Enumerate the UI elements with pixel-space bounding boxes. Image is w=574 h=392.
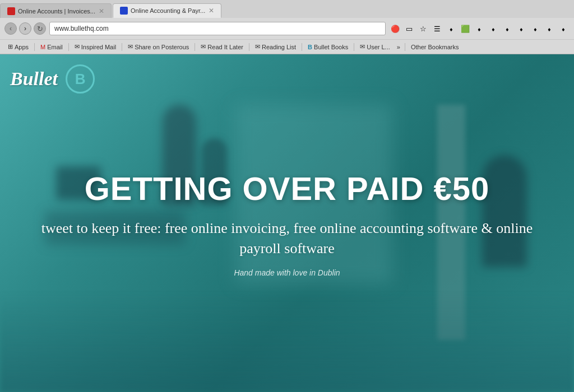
logo-area: Bullet B: [10, 64, 95, 94]
subheadline: tweet to keep it free: free online invoi…: [29, 218, 545, 259]
reading-list-icon: ✉: [255, 43, 260, 50]
tab-2[interactable]: Online Accounting & Payr... ✕: [113, 3, 221, 18]
bookmark-separator-7: [354, 43, 354, 51]
logo-text: Bullet: [10, 68, 58, 90]
logo-b-letter: B: [75, 71, 86, 88]
inspired-mail-icon: ✉: [75, 43, 80, 50]
tab-close-2[interactable]: ✕: [209, 7, 214, 15]
nav-buttons: ‹ › ↻: [4, 22, 46, 35]
extension-icon-1[interactable]: 🔴: [389, 22, 401, 35]
tagline: Hand made with love in Dublin: [29, 268, 545, 277]
read-later-icon: ✉: [201, 43, 206, 50]
extension-icon-12[interactable]: ⬧: [543, 22, 556, 35]
bookmark-apps-label: Apps: [15, 44, 29, 50]
floor-reflection: [0, 292, 574, 392]
bookmark-inspired-mail[interactable]: ✉ Inspired Mail: [71, 42, 119, 52]
extension-icon-9[interactable]: ⬧: [501, 22, 513, 35]
extension-icon-7[interactable]: ⬧: [473, 22, 485, 35]
bookmark-separator-4: [195, 43, 195, 51]
toolbar-icons: 🔴 ▭ ☆ ☰ ⬧ 🟩 ⬧ ⬧ ⬧ ⬧ ⬧ ⬧ ⬧: [389, 22, 570, 35]
extension-icon-2[interactable]: ▭: [403, 22, 415, 35]
logo-circle: B: [66, 64, 95, 94]
more-bookmarks-button[interactable]: »: [395, 43, 402, 52]
bookmark-bullet-books-label: Bullet Books: [314, 44, 348, 50]
tab-label-1: Online Accounts | Invoices...: [18, 8, 95, 15]
bookmark-separator-2: [68, 43, 69, 51]
other-bookmarks-label: Other Bookmarks: [411, 44, 459, 50]
extension-icon-13[interactable]: ⬧: [557, 22, 570, 35]
address-bar-area: ‹ › ↻ www.bullethq.com 🔴 ▭ ☆ ☰ ⬧ 🟩 ⬧ ⬧ ⬧…: [0, 18, 574, 39]
tab-bar: Online Accounts | Invoices... ✕ Online A…: [0, 0, 574, 18]
extension-icon-11[interactable]: ⬧: [529, 22, 541, 35]
bookmark-user-label: User L...: [367, 44, 390, 50]
tab-label-2: Online Accounting & Payr...: [131, 7, 205, 14]
tab-favicon-1: [7, 7, 15, 15]
forward-button[interactable]: ›: [19, 22, 31, 35]
bookmark-reading-list[interactable]: ✉ Reading List: [252, 42, 299, 52]
browser-chrome: Online Accounts | Invoices... ✕ Online A…: [0, 0, 574, 54]
bookmark-inspired-mail-label: Inspired Mail: [81, 44, 116, 50]
back-button[interactable]: ‹: [4, 22, 17, 35]
apps-icon: ⊞: [8, 43, 13, 50]
address-text: www.bullethq.com: [54, 25, 109, 32]
bookmark-separator-6: [302, 43, 302, 51]
extension-icon-5[interactable]: ⬧: [445, 22, 457, 35]
tab-favicon-2: [120, 7, 128, 15]
bookmark-reading-list-label: Reading List: [262, 44, 296, 50]
main-headline: GETTING OVER PAID €50: [29, 170, 545, 207]
bookmark-user[interactable]: ✉ User L...: [357, 42, 394, 52]
extension-icon-4[interactable]: ☰: [431, 22, 443, 35]
user-icon: ✉: [360, 43, 365, 50]
bookmark-apps[interactable]: ⊞ Apps: [4, 42, 32, 52]
address-input[interactable]: www.bullethq.com: [49, 22, 386, 35]
bookmarks-bar: ⊞ Apps M Email ✉ Inspired Mail ✉ Share o…: [0, 39, 574, 54]
bookmark-email-label: Email: [47, 44, 63, 50]
website-content: Bullet B GETTING OVER PAID €50 tweet to …: [0, 54, 574, 392]
extension-icon-3[interactable]: ☆: [417, 22, 429, 35]
tab-close-1[interactable]: ✕: [99, 7, 104, 15]
extension-icon-10[interactable]: ⬧: [515, 22, 527, 35]
bookmark-bullet-books[interactable]: B Bullet Books: [304, 43, 351, 52]
extension-icon-6[interactable]: 🟩: [459, 22, 471, 35]
tab-1[interactable]: Online Accounts | Invoices... ✕: [0, 3, 112, 18]
bookmark-posterous[interactable]: ✉ Share on Posterous: [124, 42, 192, 52]
bookmark-separator-8: [405, 43, 405, 51]
extension-icon-8[interactable]: ⬧: [487, 22, 499, 35]
main-content-area: GETTING OVER PAID €50 tweet to keep it f…: [29, 170, 545, 277]
bookmark-read-later-label: Read It Later: [207, 44, 243, 50]
bookmark-read-later[interactable]: ✉ Read It Later: [197, 42, 247, 52]
reload-button[interactable]: ↻: [34, 22, 46, 35]
posterous-icon: ✉: [128, 43, 133, 50]
bookmark-separator-3: [122, 43, 122, 51]
other-bookmarks[interactable]: Other Bookmarks: [408, 43, 462, 52]
bookmark-email[interactable]: M Email: [37, 43, 66, 52]
bookmark-separator-5: [249, 43, 249, 51]
bookmark-separator-1: [34, 43, 35, 51]
bookmark-posterous-label: Share on Posterous: [135, 44, 189, 50]
bullet-books-icon: B: [308, 44, 312, 50]
email-icon: M: [40, 44, 45, 50]
